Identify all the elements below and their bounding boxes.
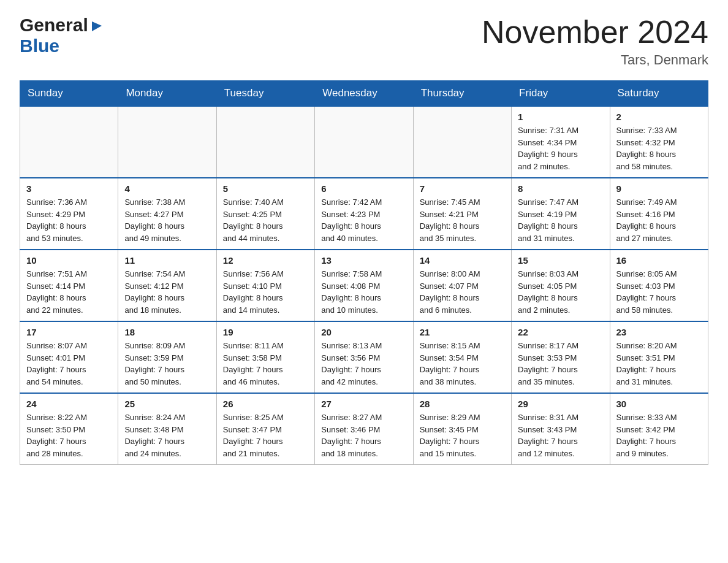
day-number: 26: [223, 399, 308, 409]
calendar-week-row: 17Sunrise: 8:07 AM Sunset: 4:01 PM Dayli…: [20, 321, 708, 393]
day-info: Sunrise: 8:24 AM Sunset: 3:48 PM Dayligh…: [124, 412, 210, 459]
day-number: 19: [223, 327, 308, 337]
day-of-week-header: Tuesday: [216, 81, 314, 107]
day-number: 23: [616, 327, 702, 337]
calendar-day-cell: 14Sunrise: 8:00 AM Sunset: 4:07 PM Dayli…: [413, 250, 511, 321]
day-info: Sunrise: 7:47 AM Sunset: 4:19 PM Dayligh…: [518, 196, 603, 244]
day-number: 30: [616, 399, 702, 409]
day-info: Sunrise: 8:13 AM Sunset: 3:56 PM Dayligh…: [321, 340, 406, 388]
day-info: Sunrise: 8:09 AM Sunset: 3:59 PM Dayligh…: [124, 340, 210, 388]
day-info: Sunrise: 7:38 AM Sunset: 4:27 PM Dayligh…: [124, 196, 210, 244]
calendar-day-cell: 12Sunrise: 7:56 AM Sunset: 4:10 PM Dayli…: [216, 250, 314, 321]
calendar-day-cell: 5Sunrise: 7:40 AM Sunset: 4:25 PM Daylig…: [216, 178, 314, 250]
day-info: Sunrise: 7:58 AM Sunset: 4:08 PM Dayligh…: [321, 268, 406, 316]
day-info: Sunrise: 7:33 AM Sunset: 4:32 PM Dayligh…: [616, 124, 702, 172]
day-info: Sunrise: 8:27 AM Sunset: 3:46 PM Dayligh…: [321, 412, 406, 459]
day-info: Sunrise: 8:17 AM Sunset: 3:53 PM Dayligh…: [518, 340, 603, 388]
day-info: Sunrise: 8:33 AM Sunset: 3:42 PM Dayligh…: [616, 412, 702, 459]
day-number: 21: [420, 327, 505, 337]
calendar-day-cell: 7Sunrise: 7:45 AM Sunset: 4:21 PM Daylig…: [413, 178, 511, 250]
day-info: Sunrise: 8:00 AM Sunset: 4:07 PM Dayligh…: [420, 268, 505, 316]
day-number: 8: [518, 183, 603, 194]
day-info: Sunrise: 8:15 AM Sunset: 3:54 PM Dayligh…: [420, 340, 505, 388]
day-of-week-header: Monday: [118, 81, 216, 107]
calendar-day-cell: [118, 106, 216, 178]
day-info: Sunrise: 8:11 AM Sunset: 3:58 PM Dayligh…: [223, 340, 308, 388]
day-number: 22: [518, 327, 603, 337]
page-header: General Blue November 2024 Tars, Denmark: [20, 15, 708, 68]
calendar-day-cell: 10Sunrise: 7:51 AM Sunset: 4:14 PM Dayli…: [20, 250, 118, 321]
day-number: 20: [321, 327, 406, 337]
day-number: 4: [124, 183, 210, 194]
day-info: Sunrise: 7:40 AM Sunset: 4:25 PM Dayligh…: [223, 196, 308, 244]
calendar-day-cell: 23Sunrise: 8:20 AM Sunset: 3:51 PM Dayli…: [610, 321, 708, 393]
calendar-day-cell: 11Sunrise: 7:54 AM Sunset: 4:12 PM Dayli…: [118, 250, 216, 321]
title-area: November 2024 Tars, Denmark: [482, 15, 708, 68]
day-info: Sunrise: 7:51 AM Sunset: 4:14 PM Dayligh…: [26, 268, 112, 316]
day-number: 24: [26, 399, 112, 409]
day-of-week-header: Friday: [512, 81, 610, 107]
day-info: Sunrise: 8:31 AM Sunset: 3:43 PM Dayligh…: [518, 412, 603, 459]
day-info: Sunrise: 8:25 AM Sunset: 3:47 PM Dayligh…: [223, 412, 308, 459]
day-info: Sunrise: 7:45 AM Sunset: 4:21 PM Dayligh…: [420, 196, 505, 244]
calendar-day-cell: 30Sunrise: 8:33 AM Sunset: 3:42 PM Dayli…: [610, 393, 708, 465]
calendar-day-cell: [20, 106, 118, 178]
calendar-day-cell: 22Sunrise: 8:17 AM Sunset: 3:53 PM Dayli…: [512, 321, 610, 393]
calendar-day-cell: [315, 106, 413, 178]
calendar-week-row: 24Sunrise: 8:22 AM Sunset: 3:50 PM Dayli…: [20, 393, 708, 465]
day-number: 16: [616, 255, 702, 266]
day-info: Sunrise: 7:42 AM Sunset: 4:23 PM Dayligh…: [321, 196, 406, 244]
day-of-week-header: Saturday: [610, 81, 708, 107]
day-number: 11: [124, 255, 210, 266]
day-of-week-header: Thursday: [413, 81, 511, 107]
calendar-day-cell: 20Sunrise: 8:13 AM Sunset: 3:56 PM Dayli…: [315, 321, 413, 393]
day-info: Sunrise: 7:56 AM Sunset: 4:10 PM Dayligh…: [223, 268, 308, 316]
calendar-day-cell: 25Sunrise: 8:24 AM Sunset: 3:48 PM Dayli…: [118, 393, 216, 465]
day-info: Sunrise: 8:03 AM Sunset: 4:05 PM Dayligh…: [518, 268, 603, 316]
calendar-day-cell: 16Sunrise: 8:05 AM Sunset: 4:03 PM Dayli…: [610, 250, 708, 321]
calendar-table: SundayMondayTuesdayWednesdayThursdayFrid…: [20, 80, 708, 465]
svg-marker-0: [92, 21, 102, 31]
calendar-day-cell: 1Sunrise: 7:31 AM Sunset: 4:34 PM Daylig…: [512, 106, 610, 178]
logo-general-text: General: [20, 15, 88, 36]
calendar-day-cell: [216, 106, 314, 178]
calendar-day-cell: 27Sunrise: 8:27 AM Sunset: 3:46 PM Dayli…: [315, 393, 413, 465]
month-title: November 2024: [482, 15, 708, 50]
day-number: 15: [518, 255, 603, 266]
calendar-day-cell: 2Sunrise: 7:33 AM Sunset: 4:32 PM Daylig…: [610, 106, 708, 178]
day-number: 7: [420, 183, 505, 194]
calendar-day-cell: 28Sunrise: 8:29 AM Sunset: 3:45 PM Dayli…: [413, 393, 511, 465]
calendar-day-cell: 9Sunrise: 7:49 AM Sunset: 4:16 PM Daylig…: [610, 178, 708, 250]
day-number: 17: [26, 327, 112, 337]
day-number: 27: [321, 399, 406, 409]
day-number: 2: [616, 112, 702, 122]
calendar-week-row: 10Sunrise: 7:51 AM Sunset: 4:14 PM Dayli…: [20, 250, 708, 321]
day-of-week-header: Wednesday: [315, 81, 413, 107]
day-info: Sunrise: 7:54 AM Sunset: 4:12 PM Dayligh…: [124, 268, 210, 316]
calendar-day-cell: 26Sunrise: 8:25 AM Sunset: 3:47 PM Dayli…: [216, 393, 314, 465]
day-number: 25: [124, 399, 210, 409]
location-label: Tars, Denmark: [482, 52, 708, 68]
day-number: 9: [616, 183, 702, 194]
day-number: 13: [321, 255, 406, 266]
day-number: 28: [420, 399, 505, 409]
calendar-day-cell: 17Sunrise: 8:07 AM Sunset: 4:01 PM Dayli…: [20, 321, 118, 393]
day-info: Sunrise: 7:49 AM Sunset: 4:16 PM Dayligh…: [616, 196, 702, 244]
calendar-day-cell: 6Sunrise: 7:42 AM Sunset: 4:23 PM Daylig…: [315, 178, 413, 250]
calendar-day-cell: 24Sunrise: 8:22 AM Sunset: 3:50 PM Dayli…: [20, 393, 118, 465]
day-info: Sunrise: 8:29 AM Sunset: 3:45 PM Dayligh…: [420, 412, 505, 459]
day-number: 6: [321, 183, 406, 194]
day-info: Sunrise: 8:05 AM Sunset: 4:03 PM Dayligh…: [616, 268, 702, 316]
logo-blue-text: Blue: [20, 36, 59, 56]
calendar-day-cell: 29Sunrise: 8:31 AM Sunset: 3:43 PM Dayli…: [512, 393, 610, 465]
calendar-day-cell: 4Sunrise: 7:38 AM Sunset: 4:27 PM Daylig…: [118, 178, 216, 250]
calendar-day-cell: 8Sunrise: 7:47 AM Sunset: 4:19 PM Daylig…: [512, 178, 610, 250]
day-info: Sunrise: 7:36 AM Sunset: 4:29 PM Dayligh…: [26, 196, 112, 244]
calendar-week-row: 1Sunrise: 7:31 AM Sunset: 4:34 PM Daylig…: [20, 106, 708, 178]
day-info: Sunrise: 8:20 AM Sunset: 3:51 PM Dayligh…: [616, 340, 702, 388]
calendar-week-row: 3Sunrise: 7:36 AM Sunset: 4:29 PM Daylig…: [20, 178, 708, 250]
day-number: 14: [420, 255, 505, 266]
calendar-day-cell: 13Sunrise: 7:58 AM Sunset: 4:08 PM Dayli…: [315, 250, 413, 321]
calendar-day-cell: 3Sunrise: 7:36 AM Sunset: 4:29 PM Daylig…: [20, 178, 118, 250]
day-number: 3: [26, 183, 112, 194]
